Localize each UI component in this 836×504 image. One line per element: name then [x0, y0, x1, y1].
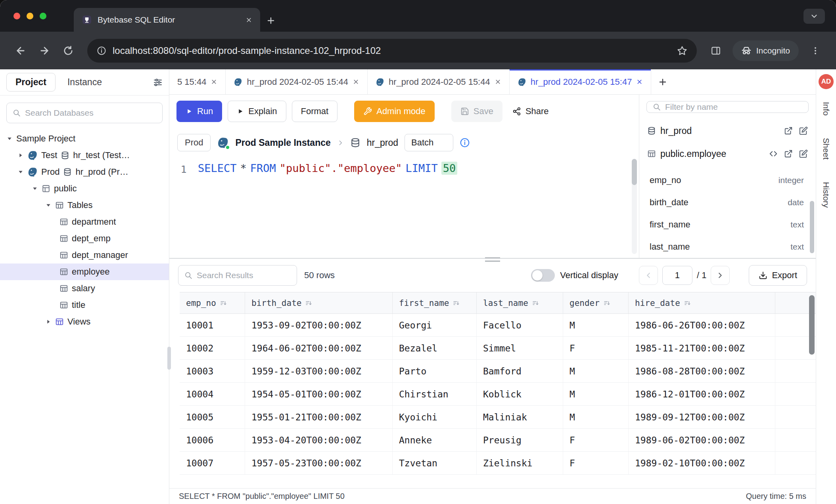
- bookmark-star-icon[interactable]: [677, 46, 687, 56]
- tree-item-views-group[interactable]: Views: [0, 313, 169, 330]
- cell-hire-date[interactable]: 1989-06-02T00:00:00Z: [629, 429, 775, 451]
- tab-history[interactable]: History: [821, 172, 831, 217]
- address-bar[interactable]: localhost:8080/sql-editor/prod-sample-in…: [87, 39, 697, 63]
- table-row[interactable]: 10006 1953-04-20T00:00:00Z Anneke Preusi…: [180, 429, 816, 452]
- table-row[interactable]: 10005 1955-01-21T00:00:00Z Kyoichi Malin…: [180, 406, 816, 429]
- editor-tab-1[interactable]: hr_prod 2024-02-05 15:44: [226, 69, 368, 94]
- tab-sheet[interactable]: Sheet: [821, 128, 831, 169]
- cell-birth-date[interactable]: 1953-04-20T00:00:00Z: [245, 429, 393, 451]
- tree-item-hr-test[interactable]: Test hr_test (Test…: [0, 147, 169, 164]
- cell-hire-date[interactable]: 1989-09-12T00:00:00Z: [629, 406, 775, 428]
- cell-hire-date[interactable]: 1986-08-28T00:00:00Z: [629, 360, 775, 382]
- tree-item-table-title[interactable]: title: [0, 297, 169, 313]
- database-search[interactable]: [6, 103, 163, 123]
- cell-last-name[interactable]: Simmel: [477, 337, 563, 359]
- browser-menu-button[interactable]: [805, 40, 826, 61]
- schema-filter[interactable]: [646, 101, 809, 113]
- code-icon[interactable]: [769, 149, 778, 158]
- cell-birth-date[interactable]: 1953-09-02T00:00:00Z: [245, 314, 393, 336]
- table-row[interactable]: 10002 1964-06-02T00:00:00Z Bezalel Simme…: [180, 337, 816, 360]
- cell-last-name[interactable]: Bamford: [477, 360, 563, 382]
- cell-last-name[interactable]: Facello: [477, 314, 563, 336]
- cell-first-name[interactable]: Kyoichi: [393, 406, 477, 428]
- environment-chip[interactable]: Prod: [177, 134, 211, 151]
- tree-item-table-employee[interactable]: employee: [0, 263, 169, 280]
- info-circle-icon[interactable]: [460, 137, 470, 148]
- format-button[interactable]: Format: [292, 101, 338, 122]
- tree-item-table-salary[interactable]: salary: [0, 280, 169, 297]
- tab-info[interactable]: Info: [821, 92, 831, 125]
- editor-scrollbar[interactable]: [632, 159, 637, 254]
- column-row[interactable]: last_name text: [639, 236, 816, 258]
- cell-hire-date[interactable]: 1986-12-01T00:00:00Z: [629, 383, 775, 405]
- cell-first-name[interactable]: Tzvetan: [393, 452, 477, 474]
- schema-filter-input[interactable]: [665, 102, 803, 112]
- cell-gender[interactable]: M: [563, 383, 629, 405]
- cell-emp-no[interactable]: 10003: [180, 360, 245, 382]
- close-window-button[interactable]: [13, 13, 20, 19]
- sql-code-line[interactable]: SELECT*FROM"public"."employee"LIMIT50: [198, 162, 457, 258]
- results-search-input[interactable]: [197, 271, 291, 280]
- cell-hire-date[interactable]: 1986-06-26T00:00:00Z: [629, 314, 775, 336]
- minimize-window-button[interactable]: [27, 13, 33, 19]
- explain-button[interactable]: Explain: [228, 101, 286, 122]
- column-row[interactable]: birth_date date: [639, 191, 816, 214]
- database-name[interactable]: hr_prod: [367, 137, 398, 148]
- browser-tab[interactable]: Bytebase SQL Editor: [74, 8, 260, 32]
- page-number-input[interactable]: [662, 266, 692, 285]
- tree-item-table-department[interactable]: department: [0, 214, 169, 230]
- external-link-icon[interactable]: [784, 149, 793, 158]
- cell-gender[interactable]: M: [563, 360, 629, 382]
- editor-tab-partial[interactable]: 5 15:44: [169, 69, 226, 94]
- cell-hire-date[interactable]: 1989-02-10T00:00:00Z: [629, 452, 775, 474]
- sort-icon[interactable]: [532, 300, 539, 307]
- cell-first-name[interactable]: Bezalel: [393, 337, 477, 359]
- tree-item-tables-group[interactable]: Tables: [0, 197, 169, 214]
- tab-search-button[interactable]: [803, 9, 825, 24]
- schema-database-row[interactable]: hr_prod: [639, 119, 816, 142]
- tab-close-icon[interactable]: [245, 17, 252, 23]
- cell-birth-date[interactable]: 1964-06-02T00:00:00Z: [245, 337, 393, 359]
- batch-button[interactable]: Batch: [405, 134, 453, 151]
- cell-gender[interactable]: F: [563, 429, 629, 451]
- tree-item-project[interactable]: Sample Project: [0, 130, 169, 147]
- cell-last-name[interactable]: Zielinski: [477, 452, 563, 474]
- results-scrollbar-thumb[interactable]: [809, 295, 815, 355]
- sort-icon[interactable]: [305, 300, 312, 307]
- close-icon[interactable]: [495, 78, 501, 85]
- sort-icon[interactable]: [684, 300, 691, 307]
- cell-gender[interactable]: M: [563, 406, 629, 428]
- external-link-icon[interactable]: [784, 126, 793, 135]
- tree-item-table-dept-manager[interactable]: dept_manager: [0, 247, 169, 263]
- table-row[interactable]: 10003 1959-12-03T00:00:00Z Parto Bamford…: [180, 360, 816, 383]
- avatar[interactable]: AD: [819, 74, 834, 89]
- instance-name[interactable]: Prod Sample Instance: [235, 137, 330, 148]
- admin-mode-button[interactable]: Admin mode: [354, 101, 435, 122]
- column-header[interactable]: birth_date: [245, 292, 393, 313]
- prev-page-button[interactable]: [639, 266, 658, 285]
- filter-sliders-icon[interactable]: [153, 78, 163, 87]
- new-tab-button[interactable]: [260, 10, 282, 32]
- tree-item-schema-public[interactable]: public: [0, 180, 169, 197]
- cell-first-name[interactable]: Chirstian: [393, 383, 477, 405]
- panel-resize-handle[interactable]: [485, 258, 500, 262]
- cell-emp-no[interactable]: 10002: [180, 337, 245, 359]
- cell-last-name[interactable]: Preusig: [477, 429, 563, 451]
- sort-icon[interactable]: [220, 300, 227, 307]
- export-button[interactable]: Export: [749, 265, 807, 286]
- cell-birth-date[interactable]: 1959-12-03T00:00:00Z: [245, 360, 393, 382]
- close-icon[interactable]: [636, 78, 643, 85]
- tab-project[interactable]: Project: [6, 73, 56, 92]
- cell-gender[interactable]: F: [563, 452, 629, 474]
- cell-emp-no[interactable]: 10001: [180, 314, 245, 336]
- save-button[interactable]: Save: [451, 101, 502, 122]
- site-info-icon[interactable]: [97, 46, 106, 55]
- sort-icon[interactable]: [603, 300, 610, 307]
- editor-tab-3-active[interactable]: hr_prod 2024-02-05 15:47: [510, 69, 652, 94]
- cell-gender[interactable]: M: [563, 314, 629, 336]
- sidebar-resize-handle[interactable]: [167, 347, 171, 370]
- database-search-input[interactable]: [25, 108, 157, 118]
- ai-sparkle-icon[interactable]: [559, 105, 571, 117]
- edit-icon[interactable]: [799, 149, 808, 158]
- run-button[interactable]: Run: [176, 101, 222, 122]
